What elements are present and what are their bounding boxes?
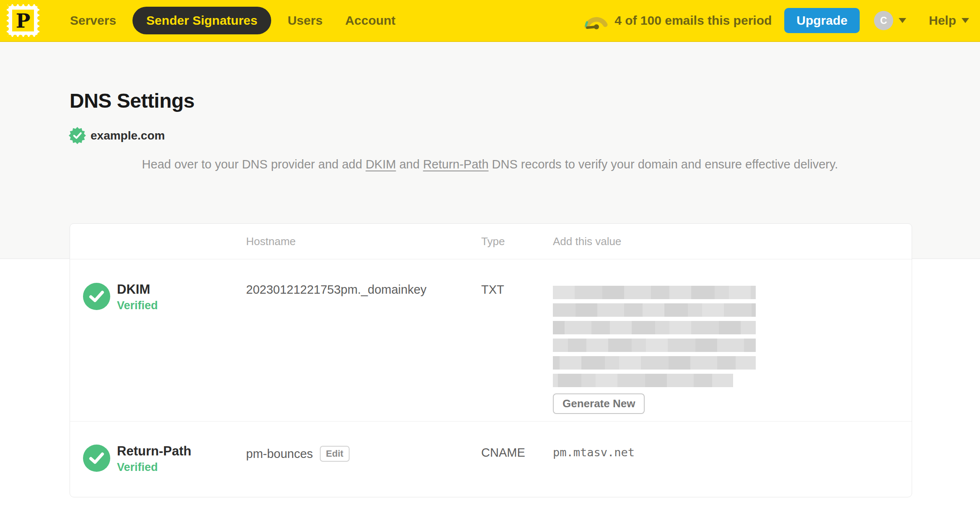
redacted-value-row [553, 374, 733, 387]
record-name: DKIM [117, 282, 158, 297]
return-path-hostname-text: pm-bounces [246, 447, 313, 460]
redacted-value-row [553, 303, 756, 317]
verified-check-icon [83, 283, 110, 310]
intro-prefix: Head over to your DNS provider and add [142, 158, 366, 171]
verified-seal-icon [69, 127, 86, 144]
return-path-hostname: pm-bouncesEdit [246, 446, 350, 462]
intro-suffix: DNS records to verify your domain and en… [489, 158, 838, 171]
header-hostname: Hostname [246, 224, 296, 259]
table-row-dkim: DKIM Verified 20230121221753pm._domainke… [70, 259, 912, 421]
chevron-down-icon [899, 18, 906, 23]
return-path-type: CNAME [481, 446, 525, 460]
redacted-value-row [553, 321, 756, 334]
record-name: Return-Path [117, 443, 191, 459]
chevron-down-icon [962, 18, 969, 23]
intro-middle: and [396, 158, 423, 171]
gauge-icon [583, 11, 609, 30]
status-badge: Verified [117, 460, 191, 474]
logo-letter: P [16, 10, 31, 32]
dkim-status-texts: DKIM Verified [117, 282, 158, 313]
table-row-return-path: Return-Path Verified pm-bouncesEdit CNAM… [70, 421, 912, 497]
redacted-value-row [553, 339, 756, 352]
nav-item-account[interactable]: Account [334, 13, 407, 28]
help-label[interactable]: Help [929, 13, 956, 28]
status-badge: Verified [117, 298, 158, 313]
return-path-status-texts: Return-Path Verified [117, 443, 191, 474]
header-add-this-value: Add this value [553, 224, 621, 259]
return-path-value: pm.mtasv.net [553, 446, 635, 459]
dkim-value-redacted: Generate New [553, 286, 756, 414]
return-path-link[interactable]: Return-Path [423, 158, 488, 171]
top-nav: P Servers Sender Signatures Users Accoun… [0, 0, 980, 42]
dkim-link[interactable]: DKIM [366, 158, 396, 171]
help-menu[interactable]: Help [929, 13, 969, 28]
usage-meter: 4 of 100 emails this period [583, 11, 772, 30]
header-type: Type [481, 224, 505, 259]
return-path-status: Return-Path Verified [83, 443, 191, 474]
verified-check-icon [83, 445, 110, 472]
edit-button[interactable]: Edit [320, 446, 350, 462]
generate-new-button[interactable]: Generate New [553, 393, 645, 414]
avatar[interactable]: C [874, 11, 893, 30]
redacted-value-row [553, 286, 756, 299]
postmark-logo[interactable]: P [7, 4, 39, 37]
dkim-type: TXT [481, 283, 504, 297]
nav-item-users[interactable]: Users [276, 13, 334, 28]
usage-text: 4 of 100 emails this period [614, 13, 772, 28]
domain-name: example.com [91, 129, 165, 142]
redacted-value-row [553, 356, 756, 370]
intro-text: Head over to your DNS provider and add D… [0, 155, 980, 174]
upgrade-button[interactable]: Upgrade [784, 8, 860, 33]
dkim-hostname: 20230121221753pm._domainkey [246, 283, 427, 297]
nav-item-sender-signatures[interactable]: Sender Signatures [132, 7, 271, 34]
page-title: DNS Settings [70, 89, 194, 112]
table-header: Hostname Type Add this value [70, 224, 912, 259]
primary-nav: Servers Sender Signatures Users Account [59, 7, 407, 34]
dkim-status: DKIM Verified [83, 282, 158, 313]
account-menu[interactable]: C [874, 11, 906, 30]
nav-right-group: 4 of 100 emails this period Upgrade C He… [583, 8, 969, 33]
verified-domain: example.com [69, 127, 165, 144]
dns-records-card: Hostname Type Add this value DKIM Verifi… [70, 223, 912, 497]
nav-item-servers[interactable]: Servers [59, 13, 127, 28]
